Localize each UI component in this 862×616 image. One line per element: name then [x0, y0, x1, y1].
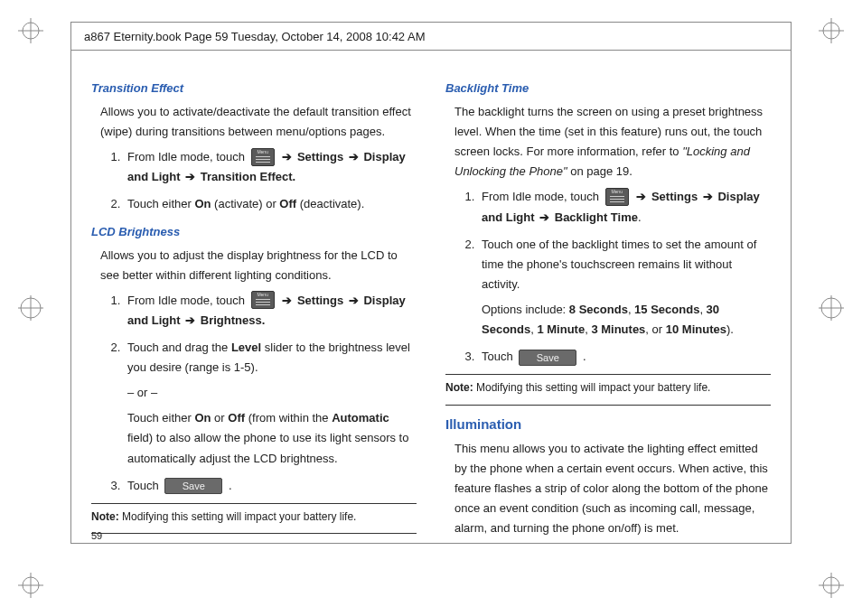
- step-text: (from within the: [245, 411, 332, 425]
- page-number: 59: [91, 530, 102, 541]
- or-separator: – or –: [127, 383, 417, 403]
- intro-text: on page 19.: [567, 164, 632, 178]
- step-item: Touch Save .: [124, 476, 417, 496]
- heading-lcd-brightness: LCD Brightness: [91, 222, 417, 242]
- step-text: From Idle mode, touch: [127, 294, 248, 307]
- content-area: Transition Effect Allows you to activate…: [91, 79, 771, 538]
- lcd-brightness-intro: Allows you to adjust the display brightn…: [100, 246, 417, 285]
- crop-mark-mid-right: [817, 294, 846, 322]
- arrow-icon: ➔: [701, 190, 715, 203]
- field-automatic: Automatic: [332, 411, 389, 425]
- step-text: Touch either: [127, 197, 194, 210]
- step-text: .: [583, 350, 586, 363]
- arrow-icon: ➔: [280, 294, 294, 307]
- step-text: .: [638, 210, 642, 224]
- note-divider-top: [91, 503, 417, 504]
- note-divider-top: [445, 374, 771, 375]
- path-brightness: Brightness.: [201, 313, 266, 327]
- step-text: Touch: [127, 479, 162, 492]
- step-text: Touch: [482, 350, 516, 363]
- option-3m: 3 Minutes: [591, 322, 645, 336]
- note-text: Note: Modifying this setting will impact…: [91, 508, 417, 526]
- arrow-icon: ➔: [183, 170, 197, 183]
- backlight-intro: The backlight turns the screen on using …: [454, 102, 771, 182]
- step-item: Touch and drag the Level slider to the b…: [124, 338, 417, 469]
- step-options-line: Options include: 8 Seconds, 15 Seconds, …: [482, 300, 771, 340]
- step-item: From Idle mode, touch ➔ Settings ➔ Displ…: [478, 187, 771, 227]
- path-settings: Settings: [297, 150, 343, 163]
- path-settings: Settings: [651, 190, 698, 203]
- transition-effect-steps: From Idle mode, touch ➔ Settings ➔ Displ…: [106, 147, 417, 214]
- note-divider-bottom: [91, 533, 417, 534]
- lcd-brightness-steps: From Idle mode, touch ➔ Settings ➔ Displ…: [106, 291, 417, 496]
- option-on: On: [194, 197, 211, 210]
- path-settings: Settings: [297, 294, 343, 307]
- option-8s: 8 Seconds: [569, 303, 628, 316]
- step-text: From Idle mode, touch: [482, 190, 603, 203]
- note-body: Modifying this setting will impact your …: [473, 381, 711, 394]
- arrow-icon: ➔: [634, 190, 648, 203]
- crop-mark-top-left: [16, 16, 45, 45]
- crop-mark-mid-left: [16, 294, 45, 322]
- illumination-intro: This menu allows you to activate the lig…: [454, 439, 771, 538]
- menu-icon: [251, 148, 275, 166]
- transition-effect-intro: Allows you to activate/deactivate the de…: [100, 102, 417, 142]
- options-prefix: Options include:: [482, 303, 569, 316]
- menu-icon: [251, 291, 275, 309]
- option-1m: 1 Minute: [537, 322, 585, 336]
- option-off: Off: [228, 411, 245, 425]
- options-suffix: ).: [726, 322, 734, 336]
- left-column: Transition Effect Allows you to activate…: [91, 79, 417, 538]
- arrow-icon: ➔: [538, 210, 551, 224]
- crop-mark-top-right: [817, 16, 846, 45]
- arrow-icon: ➔: [183, 313, 197, 327]
- path-backlight-time: Backlight Time: [555, 210, 638, 224]
- step-item: From Idle mode, touch ➔ Settings ➔ Displ…: [124, 147, 417, 187]
- step-text: Touch and drag the: [127, 341, 231, 354]
- save-button: Save: [519, 350, 576, 366]
- note-label: Note:: [91, 510, 119, 523]
- save-button: Save: [164, 478, 222, 494]
- note-body: Modifying this setting will impact your …: [119, 510, 357, 523]
- right-column: Backlight Time The backlight turns the s…: [445, 79, 771, 538]
- option-10m: 10 Minutes: [666, 322, 726, 336]
- step-text: .: [229, 479, 232, 492]
- step-text: or: [211, 411, 229, 425]
- note-divider-bottom: [445, 405, 771, 406]
- field-level: Level: [231, 341, 261, 354]
- crop-mark-bottom-right: [817, 571, 846, 600]
- heading-backlight-time: Backlight Time: [445, 79, 771, 98]
- step-text: From Idle mode, touch: [127, 150, 248, 163]
- step-item: Touch either On (activate) or Off (deact…: [124, 194, 417, 214]
- step-text: (activate) or: [211, 197, 280, 210]
- heading-illumination: Illumination: [445, 413, 771, 436]
- option-on: On: [194, 411, 211, 425]
- step-text: field) to also allow the phone to use it…: [127, 431, 408, 464]
- step-item: From Idle mode, touch ➔ Settings ➔ Displ…: [124, 291, 417, 331]
- page-header-divider: [71, 50, 791, 51]
- option-off: Off: [279, 197, 296, 210]
- page-frame: a867 Eternity.book Page 59 Tuesday, Octo…: [70, 22, 792, 544]
- step-item: Touch one of the backlight times to set …: [478, 235, 771, 340]
- crop-mark-bottom-left: [16, 571, 45, 600]
- arrow-icon: ➔: [347, 150, 361, 163]
- note-text: Note: Modifying this setting will impact…: [445, 378, 771, 397]
- menu-icon: [605, 188, 629, 206]
- arrow-icon: ➔: [280, 150, 294, 163]
- step-text: (deactivate).: [296, 197, 364, 210]
- arrow-icon: ➔: [347, 294, 361, 307]
- path-transition-effect: Transition Effect.: [201, 170, 295, 183]
- step-item: Touch Save .: [478, 347, 771, 367]
- comma: , or: [645, 322, 665, 336]
- option-15s: 15 Seconds: [634, 303, 699, 316]
- step-text: Touch either: [127, 411, 194, 425]
- note-label: Note:: [445, 381, 473, 394]
- backlight-steps: From Idle mode, touch ➔ Settings ➔ Displ…: [460, 187, 771, 367]
- step-text: Touch one of the backlight times to set …: [482, 238, 756, 291]
- comma: ,: [699, 303, 706, 316]
- step-text: Touch either On or Off (from within the …: [127, 408, 417, 468]
- page-header-info: a867 Eternity.book Page 59 Tuesday, Octo…: [84, 30, 426, 43]
- heading-transition-effect: Transition Effect: [91, 79, 417, 98]
